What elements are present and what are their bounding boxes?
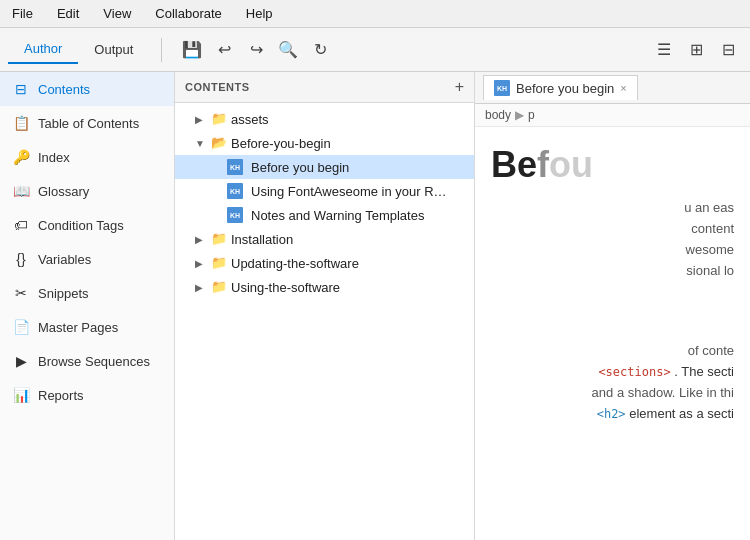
chevron-icon: ▶ xyxy=(195,258,207,269)
sidebar-label-masterpages: Master Pages xyxy=(38,320,118,335)
tree-label-updating: Updating-the-software xyxy=(231,256,359,271)
tree-item-fontawesome[interactable]: KH Using FontAweseome in your Robo... xyxy=(175,179,474,203)
breadcrumb-body: body xyxy=(485,108,511,122)
doc-title: Befou xyxy=(491,143,734,186)
sidebar-item-index[interactable]: 🔑 Index xyxy=(0,140,174,174)
sidebar-item-contents[interactable]: ⊟ Contents xyxy=(0,72,174,106)
sidebar-label-toc: Table of Contents xyxy=(38,116,139,131)
tree-label-before-folder: Before-you-begin xyxy=(231,136,331,151)
breadcrumb-p: p xyxy=(528,108,535,122)
sidebar-label-contents: Contents xyxy=(38,82,90,97)
tree-item-before-file[interactable]: KH Before you begin xyxy=(175,155,474,179)
masterpages-icon: 📄 xyxy=(12,318,30,336)
tree-item-updating[interactable]: ▶ 📁 Updating-the-software xyxy=(175,251,474,275)
sidebar-label-reports: Reports xyxy=(38,388,84,403)
menu-view[interactable]: View xyxy=(99,4,135,23)
sidebar-item-browse[interactable]: ▶ Browse Sequences xyxy=(0,344,174,378)
main-container: ⊟ Contents 📋 Table of Contents 🔑 Index 📖… xyxy=(0,72,750,540)
snippets-icon: ✂ xyxy=(12,284,30,302)
sidebar-item-toc[interactable]: 📋 Table of Contents xyxy=(0,106,174,140)
chevron-icon: ▶ xyxy=(195,234,207,245)
refresh-icon[interactable]: ↻ xyxy=(306,36,334,64)
folder-icon: 📁 xyxy=(211,231,227,247)
reports-icon: 📊 xyxy=(12,386,30,404)
doc-tab-before[interactable]: KH Before you begin × xyxy=(483,75,638,100)
tree-label-assets: assets xyxy=(231,112,269,127)
menu-file[interactable]: File xyxy=(8,4,37,23)
doc-content: Befou u an eas content wesome sional lo … xyxy=(475,127,750,540)
doc-text-after-code1: . The secti xyxy=(674,364,734,379)
tree-label-before-file: Before you begin xyxy=(251,160,349,175)
tree-label-notes: Notes and Warning Templates xyxy=(251,208,424,223)
doc-tab-icon: KH xyxy=(494,80,510,96)
menu-help[interactable]: Help xyxy=(242,4,277,23)
sidebar-label-glossary: Glossary xyxy=(38,184,89,199)
tree-item-assets[interactable]: ▶ 📁 assets xyxy=(175,107,474,131)
panel-add-button[interactable]: + xyxy=(455,78,464,96)
file-kh2-icon: KH xyxy=(227,183,243,199)
tree-item-installation[interactable]: ▶ 📁 Installation xyxy=(175,227,474,251)
sidebar-label-browse: Browse Sequences xyxy=(38,354,150,369)
doc-text-after-code2: element as a secti xyxy=(629,406,734,421)
doc-text-5: of conte xyxy=(491,341,734,362)
tree-item-before-folder[interactable]: ▼ 📂 Before-you-begin xyxy=(175,131,474,155)
sidebar-label-condition: Condition Tags xyxy=(38,218,124,233)
close-tab-button[interactable]: × xyxy=(620,82,626,94)
file-tree: ▶ 📁 assets ▼ 📂 Before-you-begin KH Befor… xyxy=(175,103,474,540)
doc-text-1: u an eas xyxy=(491,198,734,219)
contents-icon: ⊟ xyxy=(12,80,30,98)
doc-text-code2: <h2> element as a secti xyxy=(491,404,734,425)
chevron-icon: ▼ xyxy=(195,138,207,149)
doc-text-4: sional lo xyxy=(491,261,734,282)
tree-item-using[interactable]: ▶ 📁 Using-the-software xyxy=(175,275,474,299)
chevron-icon: ▶ xyxy=(195,114,207,125)
sidebar-item-glossary[interactable]: 📖 Glossary xyxy=(0,174,174,208)
sidebar-item-variables[interactable]: {} Variables xyxy=(0,242,174,276)
sidebar-item-reports[interactable]: 📊 Reports xyxy=(0,378,174,412)
folder-icon: 📁 xyxy=(211,111,227,127)
toolbar-tabs: Author Output xyxy=(8,35,149,64)
redo-icon[interactable]: ↪ xyxy=(242,36,270,64)
variables-icon: {} xyxy=(12,250,30,268)
doc-text-2: content xyxy=(491,219,734,240)
right-panel: KH Before you begin × body ▶ p Befou u a… xyxy=(475,72,750,540)
panel-title: CONTENTS xyxy=(185,81,250,93)
folder-open-icon: 📂 xyxy=(211,135,227,151)
breadcrumb-sep1: ▶ xyxy=(515,108,524,122)
menu-bar: File Edit View Collaborate Help xyxy=(0,0,750,28)
doc-text-3: wesome xyxy=(491,240,734,261)
breadcrumb: body ▶ p xyxy=(475,104,750,127)
save-icon[interactable]: 💾 xyxy=(178,36,206,64)
sidebar-label-index: Index xyxy=(38,150,70,165)
doc-tabs: KH Before you begin × xyxy=(475,72,750,104)
layout-icon[interactable]: ⊟ xyxy=(714,36,742,64)
doc-text-6: and a shadow. Like in thi xyxy=(491,383,734,404)
tab-author[interactable]: Author xyxy=(8,35,78,64)
search-icon[interactable]: 🔍 xyxy=(274,36,302,64)
middle-panel: CONTENTS + ▶ 📁 assets ▼ 📂 Before-you-beg… xyxy=(175,72,475,540)
folder-icon: 📁 xyxy=(211,279,227,295)
sidebar-item-masterpages[interactable]: 📄 Master Pages xyxy=(0,310,174,344)
code-h2: <h2> xyxy=(597,407,626,421)
file-kh-icon: KH xyxy=(227,159,243,175)
tree-label-installation: Installation xyxy=(231,232,293,247)
glossary-icon: 📖 xyxy=(12,182,30,200)
code-sections: <sections> xyxy=(598,365,670,379)
tree-label-fontawesome: Using FontAweseome in your Robo... xyxy=(251,184,451,199)
undo-icon[interactable]: ↩ xyxy=(210,36,238,64)
toc-icon: 📋 xyxy=(12,114,30,132)
tab-output[interactable]: Output xyxy=(78,35,149,64)
sidebar-label-variables: Variables xyxy=(38,252,91,267)
folder-icon: 📁 xyxy=(211,255,227,271)
sidebar-item-snippets[interactable]: ✂ Snippets xyxy=(0,276,174,310)
panel-header: CONTENTS + xyxy=(175,72,474,103)
list-view-icon[interactable]: ☰ xyxy=(650,36,678,64)
menu-edit[interactable]: Edit xyxy=(53,4,83,23)
grid-view-icon[interactable]: ⊞ xyxy=(682,36,710,64)
doc-text-code1: <sections> . The secti xyxy=(491,362,734,383)
tree-item-notes[interactable]: KH Notes and Warning Templates xyxy=(175,203,474,227)
sidebar-label-snippets: Snippets xyxy=(38,286,89,301)
chevron-icon: ▶ xyxy=(195,282,207,293)
sidebar-item-condition[interactable]: 🏷 Condition Tags xyxy=(0,208,174,242)
menu-collaborate[interactable]: Collaborate xyxy=(151,4,226,23)
